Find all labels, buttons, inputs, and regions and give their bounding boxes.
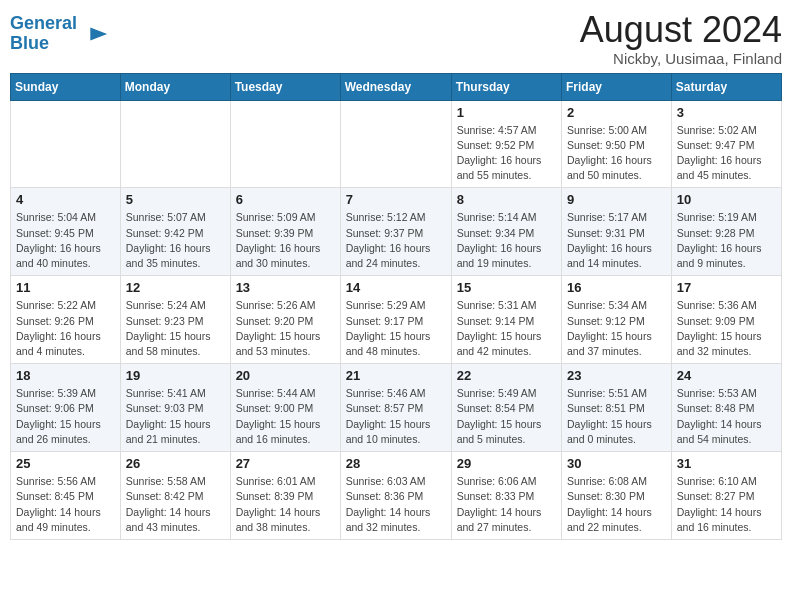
day-number: 15	[457, 280, 556, 295]
day-info: Sunrise: 5:29 AM Sunset: 9:17 PM Dayligh…	[346, 298, 446, 359]
weekday-row: SundayMondayTuesdayWednesdayThursdayFrid…	[11, 73, 782, 100]
calendar-cell: 4Sunrise: 5:04 AM Sunset: 9:45 PM Daylig…	[11, 188, 121, 276]
day-number: 26	[126, 456, 225, 471]
week-row: 25Sunrise: 5:56 AM Sunset: 8:45 PM Dayli…	[11, 452, 782, 540]
logo-text: GeneralBlue	[10, 14, 77, 54]
day-number: 4	[16, 192, 115, 207]
calendar-cell	[120, 100, 230, 188]
day-number: 8	[457, 192, 556, 207]
calendar-cell: 7Sunrise: 5:12 AM Sunset: 9:37 PM Daylig…	[340, 188, 451, 276]
day-number: 22	[457, 368, 556, 383]
day-number: 6	[236, 192, 335, 207]
day-number: 27	[236, 456, 335, 471]
page-header: GeneralBlue August 2024 Nickby, Uusimaa,…	[10, 10, 782, 67]
calendar-cell: 30Sunrise: 6:08 AM Sunset: 8:30 PM Dayli…	[562, 452, 672, 540]
day-number: 28	[346, 456, 446, 471]
week-row: 11Sunrise: 5:22 AM Sunset: 9:26 PM Dayli…	[11, 276, 782, 364]
day-info: Sunrise: 5:09 AM Sunset: 9:39 PM Dayligh…	[236, 210, 335, 271]
day-info: Sunrise: 5:46 AM Sunset: 8:57 PM Dayligh…	[346, 386, 446, 447]
day-info: Sunrise: 5:00 AM Sunset: 9:50 PM Dayligh…	[567, 123, 666, 184]
calendar-cell: 10Sunrise: 5:19 AM Sunset: 9:28 PM Dayli…	[671, 188, 781, 276]
day-number: 17	[677, 280, 776, 295]
day-info: Sunrise: 5:22 AM Sunset: 9:26 PM Dayligh…	[16, 298, 115, 359]
calendar-cell	[230, 100, 340, 188]
day-number: 2	[567, 105, 666, 120]
day-info: Sunrise: 5:41 AM Sunset: 9:03 PM Dayligh…	[126, 386, 225, 447]
calendar-cell: 5Sunrise: 5:07 AM Sunset: 9:42 PM Daylig…	[120, 188, 230, 276]
day-info: Sunrise: 4:57 AM Sunset: 9:52 PM Dayligh…	[457, 123, 556, 184]
day-number: 25	[16, 456, 115, 471]
weekday-header: Sunday	[11, 73, 121, 100]
calendar-table: SundayMondayTuesdayWednesdayThursdayFrid…	[10, 73, 782, 540]
calendar-cell: 12Sunrise: 5:24 AM Sunset: 9:23 PM Dayli…	[120, 276, 230, 364]
week-row: 18Sunrise: 5:39 AM Sunset: 9:06 PM Dayli…	[11, 364, 782, 452]
weekday-header: Monday	[120, 73, 230, 100]
weekday-header: Friday	[562, 73, 672, 100]
weekday-header: Saturday	[671, 73, 781, 100]
day-number: 5	[126, 192, 225, 207]
calendar-cell: 8Sunrise: 5:14 AM Sunset: 9:34 PM Daylig…	[451, 188, 561, 276]
day-info: Sunrise: 6:03 AM Sunset: 8:36 PM Dayligh…	[346, 474, 446, 535]
day-info: Sunrise: 5:51 AM Sunset: 8:51 PM Dayligh…	[567, 386, 666, 447]
calendar-cell: 16Sunrise: 5:34 AM Sunset: 9:12 PM Dayli…	[562, 276, 672, 364]
day-info: Sunrise: 5:14 AM Sunset: 9:34 PM Dayligh…	[457, 210, 556, 271]
day-info: Sunrise: 5:56 AM Sunset: 8:45 PM Dayligh…	[16, 474, 115, 535]
day-info: Sunrise: 5:44 AM Sunset: 9:00 PM Dayligh…	[236, 386, 335, 447]
weekday-header: Thursday	[451, 73, 561, 100]
day-info: Sunrise: 5:58 AM Sunset: 8:42 PM Dayligh…	[126, 474, 225, 535]
calendar-cell	[11, 100, 121, 188]
main-title: August 2024	[580, 10, 782, 50]
day-number: 29	[457, 456, 556, 471]
weekday-header: Wednesday	[340, 73, 451, 100]
calendar-cell: 31Sunrise: 6:10 AM Sunset: 8:27 PM Dayli…	[671, 452, 781, 540]
calendar-cell: 19Sunrise: 5:41 AM Sunset: 9:03 PM Dayli…	[120, 364, 230, 452]
day-info: Sunrise: 5:04 AM Sunset: 9:45 PM Dayligh…	[16, 210, 115, 271]
day-number: 13	[236, 280, 335, 295]
calendar-cell: 25Sunrise: 5:56 AM Sunset: 8:45 PM Dayli…	[11, 452, 121, 540]
day-info: Sunrise: 5:07 AM Sunset: 9:42 PM Dayligh…	[126, 210, 225, 271]
day-info: Sunrise: 6:10 AM Sunset: 8:27 PM Dayligh…	[677, 474, 776, 535]
calendar-cell: 29Sunrise: 6:06 AM Sunset: 8:33 PM Dayli…	[451, 452, 561, 540]
day-number: 20	[236, 368, 335, 383]
calendar-cell: 23Sunrise: 5:51 AM Sunset: 8:51 PM Dayli…	[562, 364, 672, 452]
svg-marker-0	[90, 27, 107, 40]
day-info: Sunrise: 5:17 AM Sunset: 9:31 PM Dayligh…	[567, 210, 666, 271]
day-number: 30	[567, 456, 666, 471]
calendar-cell: 9Sunrise: 5:17 AM Sunset: 9:31 PM Daylig…	[562, 188, 672, 276]
calendar-cell: 11Sunrise: 5:22 AM Sunset: 9:26 PM Dayli…	[11, 276, 121, 364]
week-row: 4Sunrise: 5:04 AM Sunset: 9:45 PM Daylig…	[11, 188, 782, 276]
day-info: Sunrise: 5:53 AM Sunset: 8:48 PM Dayligh…	[677, 386, 776, 447]
day-info: Sunrise: 6:06 AM Sunset: 8:33 PM Dayligh…	[457, 474, 556, 535]
subtitle: Nickby, Uusimaa, Finland	[580, 50, 782, 67]
day-info: Sunrise: 5:39 AM Sunset: 9:06 PM Dayligh…	[16, 386, 115, 447]
day-info: Sunrise: 5:34 AM Sunset: 9:12 PM Dayligh…	[567, 298, 666, 359]
week-row: 1Sunrise: 4:57 AM Sunset: 9:52 PM Daylig…	[11, 100, 782, 188]
calendar-cell: 1Sunrise: 4:57 AM Sunset: 9:52 PM Daylig…	[451, 100, 561, 188]
calendar-cell: 28Sunrise: 6:03 AM Sunset: 8:36 PM Dayli…	[340, 452, 451, 540]
day-number: 11	[16, 280, 115, 295]
day-number: 9	[567, 192, 666, 207]
day-number: 7	[346, 192, 446, 207]
day-info: Sunrise: 5:19 AM Sunset: 9:28 PM Dayligh…	[677, 210, 776, 271]
calendar-cell: 26Sunrise: 5:58 AM Sunset: 8:42 PM Dayli…	[120, 452, 230, 540]
calendar-cell: 15Sunrise: 5:31 AM Sunset: 9:14 PM Dayli…	[451, 276, 561, 364]
day-number: 19	[126, 368, 225, 383]
calendar-cell: 6Sunrise: 5:09 AM Sunset: 9:39 PM Daylig…	[230, 188, 340, 276]
calendar-cell: 17Sunrise: 5:36 AM Sunset: 9:09 PM Dayli…	[671, 276, 781, 364]
calendar-cell: 13Sunrise: 5:26 AM Sunset: 9:20 PM Dayli…	[230, 276, 340, 364]
weekday-header: Tuesday	[230, 73, 340, 100]
day-number: 23	[567, 368, 666, 383]
day-info: Sunrise: 5:12 AM Sunset: 9:37 PM Dayligh…	[346, 210, 446, 271]
day-number: 21	[346, 368, 446, 383]
day-info: Sunrise: 5:31 AM Sunset: 9:14 PM Dayligh…	[457, 298, 556, 359]
calendar-cell	[340, 100, 451, 188]
calendar-cell: 20Sunrise: 5:44 AM Sunset: 9:00 PM Dayli…	[230, 364, 340, 452]
day-info: Sunrise: 5:49 AM Sunset: 8:54 PM Dayligh…	[457, 386, 556, 447]
day-number: 18	[16, 368, 115, 383]
calendar-cell: 21Sunrise: 5:46 AM Sunset: 8:57 PM Dayli…	[340, 364, 451, 452]
logo: GeneralBlue	[10, 14, 109, 54]
calendar-cell: 2Sunrise: 5:00 AM Sunset: 9:50 PM Daylig…	[562, 100, 672, 188]
day-number: 24	[677, 368, 776, 383]
calendar-cell: 14Sunrise: 5:29 AM Sunset: 9:17 PM Dayli…	[340, 276, 451, 364]
day-number: 12	[126, 280, 225, 295]
